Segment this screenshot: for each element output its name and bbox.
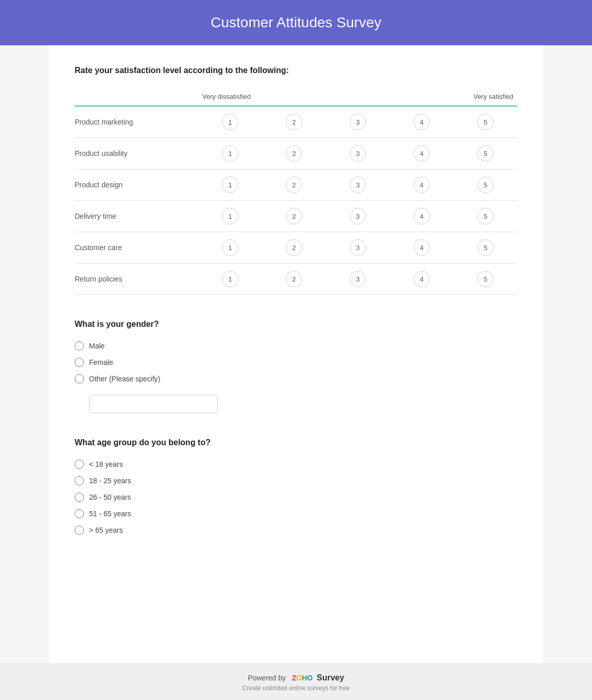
rating-cell[interactable]: 3 (326, 232, 390, 264)
rating-cell[interactable]: 1 (198, 264, 262, 295)
age-option-label: 51 - 65 years (89, 510, 131, 518)
rating-cell[interactable]: 5 (454, 169, 517, 201)
rating-row: Customer care12345 (75, 232, 517, 264)
rating-circle-2[interactable]: 2 (286, 145, 302, 162)
rating-cell[interactable]: 2 (262, 201, 326, 232)
rating-circle-1[interactable]: 1 (222, 177, 238, 193)
rating-circle-4[interactable]: 4 (413, 177, 430, 193)
rating-cell[interactable]: 3 (326, 106, 390, 138)
rating-cell[interactable]: 2 (262, 232, 326, 264)
rating-circle-2[interactable]: 2 (286, 177, 302, 193)
rating-row: Delivery time12345 (75, 201, 517, 232)
rating-circle-1[interactable]: 1 (222, 145, 238, 162)
satisfaction-section: Rate your satisfaction level according t… (75, 66, 517, 295)
rating-circle-3[interactable]: 3 (350, 271, 366, 287)
rating-cell[interactable]: 4 (390, 201, 454, 232)
rating-cell[interactable]: 5 (454, 232, 517, 264)
other-specify-input[interactable] (89, 395, 218, 413)
gender-radio-female[interactable] (75, 358, 84, 367)
gender-radio-male[interactable] (75, 341, 84, 351)
rating-circle-5[interactable]: 5 (477, 271, 494, 287)
age-radio[interactable] (75, 509, 84, 518)
rating-cell[interactable]: 4 (390, 169, 454, 201)
rating-cell[interactable]: 4 (390, 232, 454, 264)
rating-circle-5[interactable]: 5 (477, 208, 494, 224)
age-option[interactable]: < 18 years (75, 460, 517, 469)
gender-option-male[interactable]: Male (75, 341, 517, 351)
rating-row: Product marketing12345 (75, 106, 517, 138)
rating-cell[interactable]: 2 (262, 264, 326, 295)
rating-circle-5[interactable]: 5 (477, 177, 494, 193)
age-option-label: 26 - 50 years (89, 493, 131, 501)
age-section: What age group do you belong to? < 18 ye… (75, 438, 517, 535)
rating-circle-4[interactable]: 4 (413, 208, 430, 224)
rating-cell[interactable]: 3 (326, 169, 390, 201)
rating-cell[interactable]: 5 (454, 201, 517, 232)
rating-circle-5[interactable]: 5 (477, 239, 494, 256)
rating-row-label: Product usability (75, 138, 198, 169)
rating-circle-2[interactable]: 2 (286, 239, 302, 256)
age-option[interactable]: 51 - 65 years (75, 509, 517, 518)
rating-circle-1[interactable]: 1 (222, 271, 238, 287)
gender-title: What is your gender? (75, 320, 517, 329)
rating-cell[interactable]: 5 (454, 264, 517, 295)
satisfaction-title: Rate your satisfaction level according t… (75, 66, 517, 75)
main-content: Rate your satisfaction level according t… (49, 45, 543, 663)
rating-cell[interactable]: 1 (198, 106, 262, 138)
rating-cell[interactable]: 5 (454, 138, 517, 169)
gender-label-other: Other (Please specify) (89, 375, 161, 383)
rating-row: Return policies12345 (75, 264, 517, 295)
age-option[interactable]: 18 - 25 years (75, 476, 517, 485)
rating-cell[interactable]: 1 (198, 201, 262, 232)
age-radio[interactable] (75, 476, 84, 485)
age-radio[interactable] (75, 460, 84, 469)
rating-row-label: Return policies (75, 264, 198, 295)
gender-option-female[interactable]: Female (75, 358, 517, 367)
gender-section: What is your gender? Male Female Other (… (75, 320, 517, 413)
rating-circle-3[interactable]: 3 (350, 239, 366, 256)
rating-row-label: Product design (75, 169, 198, 201)
age-title: What age group do you belong to? (75, 438, 517, 447)
rating-circle-1[interactable]: 1 (222, 239, 238, 256)
rating-circle-1[interactable]: 1 (222, 208, 238, 224)
rating-row-label: Product marketing (75, 106, 198, 138)
rating-cell[interactable]: 2 (262, 138, 326, 169)
rating-circle-1[interactable]: 1 (222, 114, 238, 130)
rating-circle-4[interactable]: 4 (413, 114, 430, 130)
rating-cell[interactable]: 2 (262, 169, 326, 201)
rating-cell[interactable]: 2 (262, 106, 326, 138)
age-option[interactable]: 26 - 50 years (75, 493, 517, 502)
gender-option-other[interactable]: Other (Please specify) (75, 374, 517, 383)
age-radio[interactable] (75, 526, 84, 535)
age-radio[interactable] (75, 493, 84, 502)
rating-cell[interactable]: 3 (326, 138, 390, 169)
rating-header-row: Very dissatisfied Very satisfied (75, 87, 517, 106)
rating-circle-3[interactable]: 3 (350, 114, 366, 130)
rating-circle-5[interactable]: 5 (477, 145, 494, 162)
rating-cell[interactable]: 3 (326, 264, 390, 295)
rating-cell[interactable]: 1 (198, 138, 262, 169)
rating-cell[interactable]: 4 (390, 138, 454, 169)
rating-circle-3[interactable]: 3 (350, 177, 366, 193)
rating-circle-2[interactable]: 2 (286, 114, 302, 130)
rating-cell[interactable]: 5 (454, 106, 517, 138)
rating-circle-3[interactable]: 3 (350, 208, 366, 224)
rating-cell[interactable]: 3 (326, 201, 390, 232)
scale-high-label: Very satisfied (474, 93, 513, 100)
gender-radio-other[interactable] (75, 374, 84, 383)
rating-circle-3[interactable]: 3 (350, 145, 366, 162)
powered-by-text: Powered by (248, 674, 286, 682)
rating-circle-4[interactable]: 4 (413, 271, 430, 287)
rating-table: Very dissatisfied Very satisfied Product… (75, 87, 517, 295)
rating-circle-4[interactable]: 4 (413, 145, 430, 162)
rating-circle-2[interactable]: 2 (286, 271, 302, 287)
rating-circle-2[interactable]: 2 (286, 208, 302, 224)
rating-circle-4[interactable]: 4 (413, 239, 430, 256)
rating-row-label: Customer care (75, 232, 198, 264)
rating-cell[interactable]: 4 (390, 264, 454, 295)
rating-cell[interactable]: 4 (390, 106, 454, 138)
rating-circle-5[interactable]: 5 (477, 114, 494, 130)
age-option[interactable]: > 65 years (75, 526, 517, 535)
rating-cell[interactable]: 1 (198, 169, 262, 201)
rating-cell[interactable]: 1 (198, 232, 262, 264)
